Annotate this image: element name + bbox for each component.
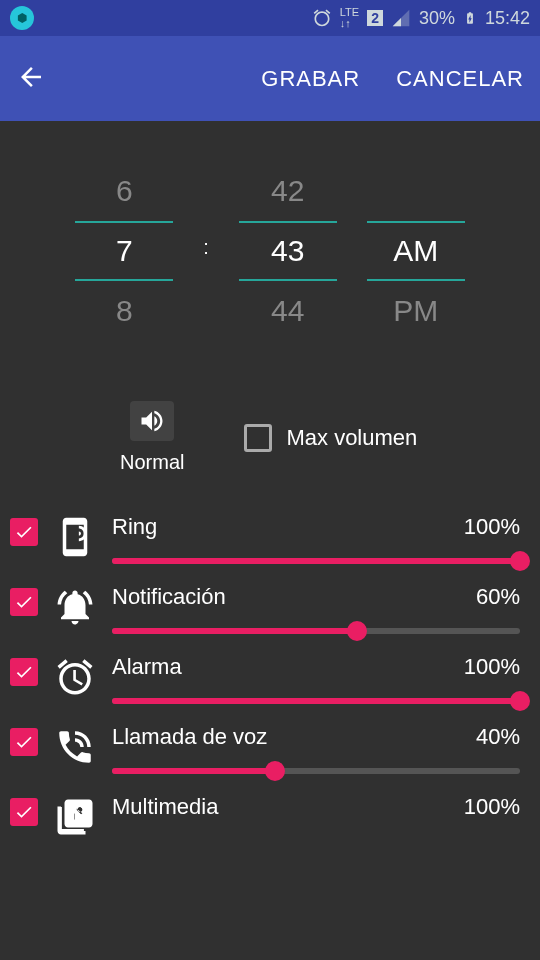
cancel-button[interactable]: CANCELAR	[396, 66, 524, 92]
volume-checkbox[interactable]	[10, 658, 38, 686]
volume-percent: 100%	[464, 654, 520, 680]
minute-picker[interactable]: 42 43 44	[239, 161, 337, 341]
volume-item: Multimedia 100%	[0, 784, 540, 850]
volume-percent: 60%	[476, 584, 520, 610]
speaker-icon	[130, 401, 174, 441]
volume-name: Llamada de voz	[112, 724, 267, 750]
clock-time: 15:42	[485, 8, 530, 29]
sound-mode-normal[interactable]: Normal	[120, 401, 184, 474]
time-separator: :	[203, 236, 209, 259]
phone-ring-icon	[52, 514, 98, 560]
battery-charging-icon	[463, 7, 477, 29]
hour-picker[interactable]: 6 7 8	[75, 161, 173, 341]
volume-checkbox[interactable]	[10, 588, 38, 616]
max-volume-checkbox[interactable]: Max volumen	[244, 424, 417, 452]
volume-slider[interactable]	[112, 768, 520, 774]
signal-icon	[391, 8, 411, 28]
voice-call-icon	[52, 724, 98, 770]
battery-percent: 30%	[419, 8, 455, 29]
volume-item: Llamada de voz 40%	[0, 714, 540, 784]
volume-percent: 100%	[464, 514, 520, 540]
save-button[interactable]: GRABAR	[261, 66, 360, 92]
notification-bell-icon	[52, 584, 98, 630]
multimedia-icon	[52, 794, 98, 840]
volume-item: Alarma 100%	[0, 644, 540, 714]
app-bar: GRABAR CANCELAR	[0, 36, 540, 121]
volume-percent: 100%	[464, 794, 520, 820]
checkbox-icon	[244, 424, 272, 452]
time-picker[interactable]: 6 7 8 : 42 43 44 AM PM	[0, 121, 540, 401]
sim-indicator: 2	[367, 10, 383, 26]
volume-name: Ring	[112, 514, 157, 540]
lte-indicator: LTE↓↑	[340, 7, 359, 29]
volume-slider[interactable]	[112, 558, 520, 564]
back-button[interactable]	[16, 62, 46, 96]
volume-item: Ring 100%	[0, 504, 540, 574]
running-app-icon: ⬢	[10, 6, 34, 30]
volume-checkbox[interactable]	[10, 798, 38, 826]
ampm-picker[interactable]: AM PM	[367, 161, 465, 341]
volume-checkbox[interactable]	[10, 728, 38, 756]
volume-slider[interactable]	[112, 628, 520, 634]
volume-name: Notificación	[112, 584, 226, 610]
alarm-status-icon	[312, 8, 332, 28]
volume-name: Multimedia	[112, 794, 218, 820]
volume-item: Notificación 60%	[0, 574, 540, 644]
alarm-clock-icon	[52, 654, 98, 700]
volume-percent: 40%	[476, 724, 520, 750]
volume-checkbox[interactable]	[10, 518, 38, 546]
volume-name: Alarma	[112, 654, 182, 680]
mode-label: Normal	[120, 451, 184, 474]
volume-slider[interactable]	[112, 698, 520, 704]
status-bar: ⬢ LTE↓↑ 2 30% 15:42	[0, 0, 540, 36]
